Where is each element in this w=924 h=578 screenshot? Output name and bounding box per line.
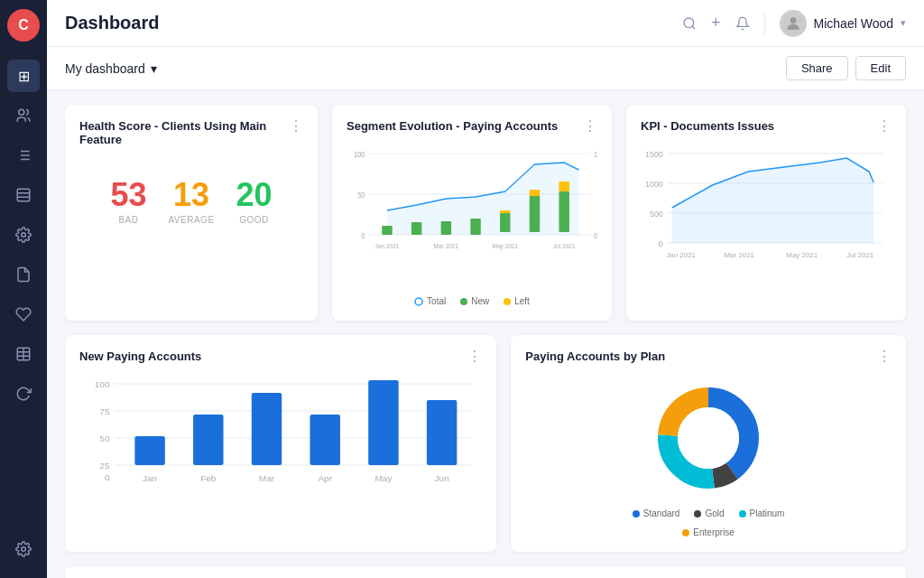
page-title: Dashboard [65, 13, 668, 33]
header-icons: + Michael Wood ▾ [682, 10, 906, 37]
svg-text:0: 0 [659, 239, 663, 248]
paying-by-plan-menu[interactable]: ⋮ [877, 350, 892, 364]
svg-text:May 2021: May 2021 [786, 251, 818, 259]
score-good: 20 GOOD [236, 179, 273, 225]
sidebar-item-document[interactable] [7, 258, 40, 291]
legend-enterprise: Enterprise [682, 527, 735, 537]
svg-text:25: 25 [99, 461, 109, 471]
dashboard-content: Health Score - Clients Using Main Featur… [47, 90, 924, 578]
new-paying-card: New Paying Accounts ⋮ 100 75 50 25 [65, 335, 496, 552]
health-scores-container: 53 BAD 13 AVERAGE 20 GOOD [79, 157, 303, 239]
legend-new: New [460, 296, 489, 306]
score-avg-label: AVERAGE [168, 215, 214, 225]
legend-gold: Gold [694, 508, 724, 518]
sidebar: C ⊞ [0, 0, 47, 578]
segment-evolution-header: Segment Evolution - Paying Accounts ⋮ [346, 119, 597, 134]
subheader: My dashboard ▾ Share Edit [47, 47, 924, 90]
svg-rect-27 [441, 221, 451, 235]
new-paying-menu[interactable]: ⋮ [467, 350, 482, 364]
svg-rect-64 [193, 415, 223, 465]
svg-text:1000: 1000 [645, 180, 663, 189]
svg-rect-31 [530, 196, 540, 232]
svg-text:0: 0 [105, 473, 110, 482]
subheader-actions: Share Edit [786, 56, 906, 80]
paying-by-plan-card: Paying Accounts by Plan ⋮ [511, 335, 906, 552]
svg-text:Mar 2021: Mar 2021 [434, 241, 459, 250]
new-paying-header: New Paying Accounts ⋮ [79, 350, 482, 364]
svg-text:Jun: Jun [435, 474, 449, 483]
svg-text:Jul 2021: Jul 2021 [846, 251, 874, 259]
svg-text:100: 100 [95, 380, 110, 389]
svg-point-15 [22, 547, 26, 552]
edit-button[interactable]: Edit [855, 56, 906, 80]
segment-evolution-title: Segment Evolution - Paying Accounts [346, 119, 558, 133]
user-dropdown-icon: ▾ [901, 17, 906, 29]
top-header: Dashboard + Michael Wood ▾ [47, 0, 924, 47]
svg-point-16 [684, 18, 694, 28]
dashboard-label: My dashboard [65, 61, 145, 76]
sidebar-item-grid[interactable]: ⊞ [7, 60, 40, 92]
svg-text:75: 75 [99, 407, 109, 416]
sidebar-item-users[interactable] [7, 99, 40, 132]
dashboard-selector[interactable]: My dashboard ▾ [65, 61, 157, 76]
sidebar-item-list[interactable] [7, 139, 40, 172]
health-score-card: Health Score - Clients Using Main Featur… [65, 105, 318, 321]
svg-rect-26 [411, 222, 421, 235]
app-logo[interactable]: C [7, 9, 40, 42]
svg-text:50: 50 [99, 434, 109, 443]
svg-point-18 [790, 17, 796, 23]
sidebar-item-refresh[interactable] [7, 378, 40, 410]
legend-total: Total [414, 296, 446, 306]
new-paying-title: New Paying Accounts [79, 350, 201, 363]
user-menu[interactable]: Michael Wood ▾ [780, 10, 906, 37]
svg-text:Jan 2021: Jan 2021 [666, 251, 696, 259]
svg-text:May 2021: May 2021 [492, 241, 518, 250]
svg-rect-32 [530, 190, 540, 196]
sidebar-item-heart[interactable] [7, 298, 40, 331]
svg-text:Jul 2021: Jul 2021 [553, 241, 576, 250]
sidebar-item-layers[interactable] [7, 179, 40, 211]
svg-line-17 [692, 26, 695, 29]
svg-text:50: 50 [357, 191, 365, 200]
svg-text:500: 500 [650, 210, 663, 219]
sidebar-item-table[interactable] [7, 338, 40, 370]
segment-menu[interactable]: ⋮ [583, 119, 597, 134]
segment-evolution-card: Segment Evolution - Paying Accounts ⋮ 10… [332, 105, 612, 321]
svg-rect-28 [470, 219, 480, 235]
svg-rect-30 [500, 210, 510, 213]
svg-rect-25 [382, 226, 392, 235]
svg-rect-29 [500, 213, 510, 232]
score-bad-value: 53 [110, 179, 146, 211]
score-avg-value: 13 [168, 179, 214, 211]
sidebar-item-gear-bottom[interactable] [7, 533, 40, 565]
kpi-card: KPI - Documents Issues ⋮ 1500 1000 500 [626, 105, 906, 321]
bell-icon[interactable] [735, 16, 750, 31]
donut-chart-container: Standard Gold Platinum Enterprise [525, 375, 892, 537]
health-score-menu[interactable]: ⋮ [289, 119, 303, 134]
svg-point-79 [678, 407, 739, 469]
score-bad: 53 BAD [110, 179, 146, 225]
segment-chart: 100 50 0 [346, 144, 597, 306]
health-score-title: Health Score - Clients Using Main Featur… [79, 119, 289, 146]
kpi-title: KPI - Documents Issues [641, 119, 774, 133]
svg-rect-66 [310, 415, 339, 465]
score-good-label: GOOD [236, 215, 273, 225]
svg-point-0 [19, 109, 24, 115]
search-icon[interactable] [682, 16, 697, 31]
svg-text:Mar 2021: Mar 2021 [724, 251, 754, 259]
legend-platinum: Platinum [739, 508, 785, 518]
dashboard-dropdown-icon: ▾ [151, 61, 157, 76]
kpi-menu[interactable]: ⋮ [877, 119, 892, 134]
header-divider [764, 13, 765, 34]
svg-text:Mar: Mar [259, 474, 275, 483]
svg-rect-33 [559, 191, 568, 232]
svg-text:Jan 2021: Jan 2021 [375, 241, 400, 250]
svg-rect-63 [134, 436, 164, 465]
share-button[interactable]: Share [786, 56, 848, 80]
score-good-value: 20 [236, 179, 273, 211]
svg-point-41 [415, 298, 422, 305]
svg-text:0: 0 [594, 231, 597, 240]
plus-icon[interactable]: + [711, 14, 721, 33]
sidebar-item-settings[interactable] [7, 219, 40, 251]
row-2: New Paying Accounts ⋮ 100 75 50 25 [65, 335, 906, 552]
